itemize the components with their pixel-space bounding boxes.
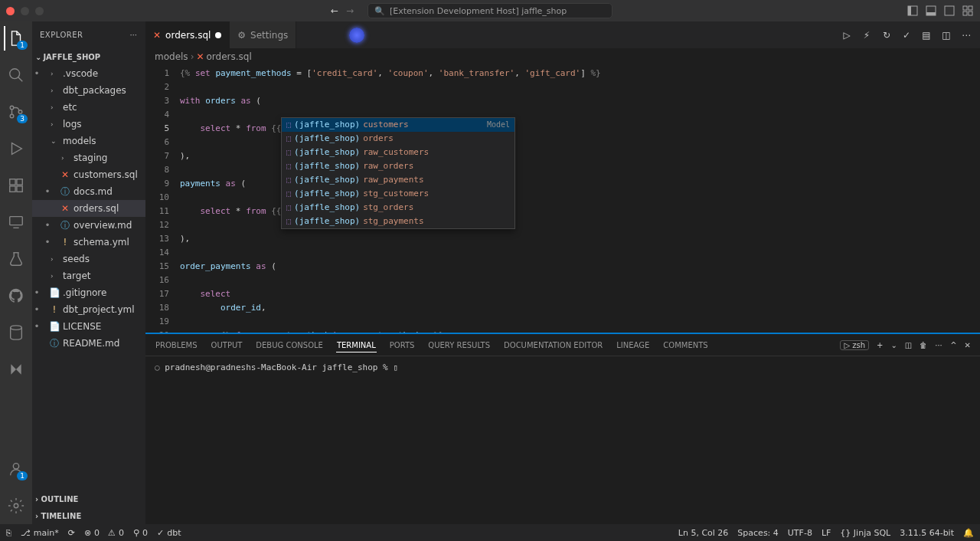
extensions-icon[interactable]: [4, 173, 28, 198]
github-icon[interactable]: [4, 284, 28, 308]
panel-tab-problems[interactable]: PROBLEMS: [155, 341, 198, 349]
close-window-icon[interactable]: [6, 7, 15, 15]
terminal-dropdown-icon[interactable]: ⌄: [890, 341, 897, 349]
tree-item-dbt_project.yml[interactable]: • ! dbt_project.ymlM: [32, 301, 145, 318]
code-line[interactable]: select: [180, 287, 980, 301]
project-section-header[interactable]: ⌄ JAFFLE_SHOP: [32, 48, 145, 65]
code-line[interactable]: ),: [180, 232, 980, 246]
breadcrumbs[interactable]: models › ✕ orders.sql: [145, 48, 980, 65]
panel-tab-query-results[interactable]: QUERY RESULTS: [427, 341, 491, 349]
breadcrumb-item[interactable]: orders.sql: [207, 51, 252, 62]
tree-item-etc[interactable]: › etc: [32, 99, 145, 116]
code-line[interactable]: order_payments as (: [180, 260, 980, 274]
testing-icon[interactable]: [4, 247, 28, 271]
run-icon[interactable]: ▷: [841, 29, 853, 41]
panel-tab-comments[interactable]: COMMENTS: [662, 341, 708, 349]
terminal-content[interactable]: ○ pradnesh@pradneshs-MacBook-Air jaffle_…: [145, 356, 980, 524]
tree-item-logs[interactable]: › logs: [32, 116, 145, 133]
suggest-item[interactable]: ⬚ (jaffle_shop) stg_orders: [282, 201, 514, 215]
code-line[interactable]: [180, 315, 980, 329]
tree-item-target[interactable]: › target: [32, 267, 145, 284]
indentation-status[interactable]: Spaces: 4: [737, 528, 778, 538]
code-line[interactable]: [180, 274, 980, 287]
source-control-icon[interactable]: 3: [4, 100, 28, 124]
panel-tab-ports[interactable]: PORTS: [389, 341, 416, 349]
code-line[interactable]: {% for payment_method in payment_methods…: [180, 329, 980, 333]
tree-item-docs.md[interactable]: • ⓘ docs.md: [32, 183, 145, 200]
suggest-item[interactable]: ⬚ (jaffle_shop) customers Model: [282, 118, 514, 132]
dbt-icon[interactable]: [4, 357, 28, 382]
close-panel-icon[interactable]: ✕: [965, 341, 971, 349]
customize-layout-icon[interactable]: [962, 5, 974, 17]
more-actions-icon[interactable]: ⋯: [960, 29, 972, 41]
split-terminal-icon[interactable]: ◫: [905, 341, 912, 349]
tab-orders-sql[interactable]: ✕ orders.sql: [145, 21, 230, 48]
suggest-item[interactable]: ⬚ (jaffle_shop) stg_payments: [282, 215, 514, 228]
tree-item-orders.sql[interactable]: ✕ orders.sql: [32, 200, 145, 217]
nav-forward-icon[interactable]: →: [342, 5, 358, 16]
sidebar-more-icon[interactable]: ⋯: [130, 31, 139, 39]
layout-panel-icon[interactable]: [925, 5, 937, 17]
dbt-status[interactable]: ✓ dbt: [157, 528, 181, 538]
code-line[interactable]: {% set payment_methods = ['credit_card',…: [180, 67, 980, 80]
search-icon[interactable]: [4, 63, 28, 87]
panel-tab-output[interactable]: OUTPUT: [211, 341, 243, 349]
check-icon[interactable]: ✓: [900, 29, 913, 41]
timeline-section[interactable]: › TIMELINE: [32, 507, 145, 524]
tree-item-schema.yml[interactable]: • ! schema.yml: [32, 234, 145, 251]
maximize-window-icon[interactable]: [35, 7, 44, 15]
suggest-item[interactable]: ⬚ (jaffle_shop) raw_payments: [282, 173, 514, 187]
code-line[interactable]: [180, 246, 980, 260]
layout-primary-icon[interactable]: [906, 5, 919, 17]
preview-icon[interactable]: ▤: [920, 29, 933, 41]
remote-explorer-icon[interactable]: [4, 210, 28, 234]
eol-status[interactable]: LF: [822, 528, 831, 538]
database-icon[interactable]: [4, 320, 28, 345]
manage-icon[interactable]: [4, 493, 28, 518]
tree-item-overview.md[interactable]: • ⓘ overview.md: [32, 217, 145, 234]
language-mode[interactable]: {} Jinja SQL: [840, 528, 890, 538]
code-content[interactable]: {% set payment_methods = ['credit_card',…: [180, 65, 980, 333]
tree-item-.gitignore[interactable]: • 📄 .gitignoreM: [32, 284, 145, 301]
tree-item-seeds[interactable]: › seeds: [32, 251, 145, 267]
tree-item-models[interactable]: ⌄ models: [32, 133, 145, 149]
kill-terminal-icon[interactable]: 🗑: [920, 341, 927, 349]
outline-section[interactable]: › OUTLINE: [32, 490, 145, 507]
compile-icon[interactable]: ⚡: [861, 29, 873, 41]
command-center[interactable]: 🔍 [Extension Development Host] jaffle_sh…: [368, 3, 612, 18]
remote-status[interactable]: ⎘: [6, 528, 11, 538]
suggest-item[interactable]: ⬚ (jaffle_shop) raw_orders: [282, 159, 514, 173]
breadcrumb-item[interactable]: models: [155, 51, 188, 62]
tab-settings[interactable]: ⚙ Settings: [230, 21, 296, 48]
tree-item-README.md[interactable]: ⓘ README.md: [32, 335, 145, 352]
code-editor[interactable]: 1234567891011121314151617181920212223242…: [145, 65, 980, 333]
accounts-icon[interactable]: 1: [4, 457, 28, 481]
suggest-item[interactable]: ⬚ (jaffle_shop) orders: [282, 132, 514, 146]
encoding-status[interactable]: UTF-8: [788, 528, 812, 538]
ports-status[interactable]: ⚲ 0: [133, 528, 148, 538]
python-interpreter[interactable]: 3.11.5 64-bit: [900, 528, 954, 538]
panel-tab-documentation-editor[interactable]: DOCUMENTATION EDITOR: [503, 341, 603, 349]
suggest-item[interactable]: ⬚ (jaffle_shop) stg_customers: [282, 187, 514, 201]
new-terminal-icon[interactable]: +: [877, 341, 883, 349]
layout-secondary-icon[interactable]: [943, 5, 956, 17]
code-line[interactable]: [180, 80, 980, 94]
problems-status[interactable]: ⊗ 0 ⚠ 0: [84, 528, 124, 538]
terminal-shell-picker[interactable]: ▷ zsh: [840, 340, 869, 350]
tree-item-LICENSE[interactable]: • 📄 LICENSEM: [32, 318, 145, 335]
sync-status[interactable]: ⟳: [68, 528, 75, 538]
tree-item-dbt_packages[interactable]: › dbt_packages: [32, 82, 145, 99]
tree-item-.vscode[interactable]: • › .vscodeM: [32, 65, 145, 82]
split-editor-icon[interactable]: ◫: [940, 29, 952, 41]
notifications-icon[interactable]: 🔔: [963, 528, 974, 538]
panel-tab-debug-console[interactable]: DEBUG CONSOLE: [255, 341, 324, 349]
suggest-widget[interactable]: ⬚ (jaffle_shop) customers Model ⬚ (jaffl…: [281, 117, 515, 229]
run-debug-icon[interactable]: [4, 136, 28, 161]
branch-status[interactable]: ⎇ main*: [21, 528, 59, 538]
tree-item-staging[interactable]: › staging: [32, 149, 145, 166]
maximize-panel-icon[interactable]: ^: [950, 341, 956, 349]
code-line[interactable]: with orders as (: [180, 94, 980, 108]
more-panel-actions-icon[interactable]: ⋯: [935, 341, 942, 349]
nav-back-icon[interactable]: ←: [327, 5, 342, 16]
code-line[interactable]: order_id,: [180, 301, 980, 315]
